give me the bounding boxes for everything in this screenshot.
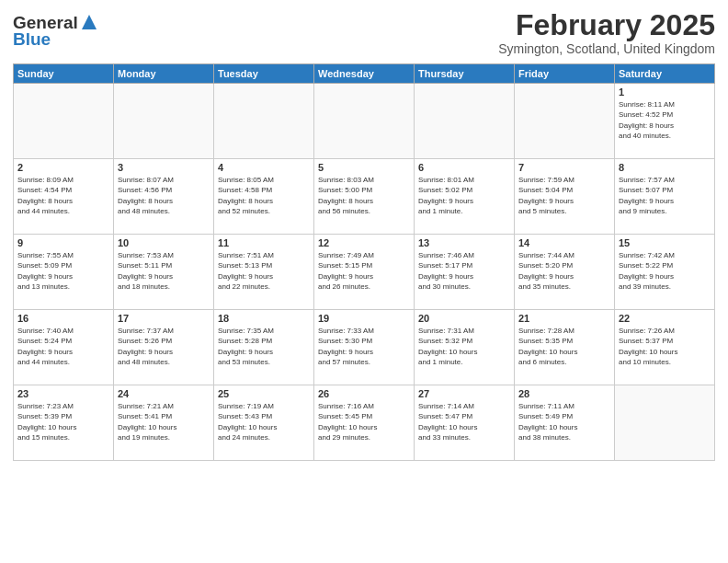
day-info: Sunrise: 8:07 AM Sunset: 4:56 PM Dayligh… (118, 175, 210, 216)
day-number: 12 (318, 237, 410, 248)
logo-icon (80, 13, 98, 31)
day-number: 17 (118, 313, 210, 324)
calendar: SundayMondayTuesdayWednesdayThursdayFrid… (13, 63, 715, 461)
day-info: Sunrise: 7:42 AM Sunset: 5:22 PM Dayligh… (619, 250, 711, 292)
day-info: Sunrise: 7:37 AM Sunset: 5:26 PM Dayligh… (118, 326, 210, 367)
calendar-cell: 23Sunrise: 7:23 AM Sunset: 5:39 PM Dayli… (14, 385, 114, 461)
day-info: Sunrise: 7:14 AM Sunset: 5:47 PM Dayligh… (418, 401, 510, 442)
week-row-4: 23Sunrise: 7:23 AM Sunset: 5:39 PM Dayli… (14, 385, 715, 461)
weekday-header-monday: Monday (114, 64, 214, 84)
calendar-cell: 11Sunrise: 7:51 AM Sunset: 5:13 PM Dayli… (214, 235, 314, 310)
calendar-cell: 24Sunrise: 7:21 AM Sunset: 5:41 PM Dayli… (114, 385, 214, 461)
calendar-cell: 5Sunrise: 8:03 AM Sunset: 5:00 PM Daylig… (314, 159, 415, 235)
day-number: 14 (518, 237, 610, 248)
day-info: Sunrise: 8:03 AM Sunset: 5:00 PM Dayligh… (318, 175, 410, 216)
day-info: Sunrise: 7:23 AM Sunset: 5:39 PM Dayligh… (17, 401, 109, 442)
location: Symington, Scotland, United Kingdom (498, 41, 715, 56)
day-number: 28 (518, 388, 610, 399)
weekday-header-saturday: Saturday (615, 64, 715, 84)
weekday-header-row: SundayMondayTuesdayWednesdayThursdayFrid… (14, 64, 715, 84)
day-number: 22 (619, 313, 711, 324)
day-info: Sunrise: 7:11 AM Sunset: 5:49 PM Dayligh… (518, 401, 610, 442)
day-info: Sunrise: 8:05 AM Sunset: 4:58 PM Dayligh… (218, 175, 310, 216)
weekday-header-tuesday: Tuesday (214, 64, 314, 84)
day-info: Sunrise: 7:59 AM Sunset: 5:04 PM Dayligh… (518, 175, 610, 216)
week-row-1: 2Sunrise: 8:09 AM Sunset: 4:54 PM Daylig… (14, 159, 715, 235)
calendar-cell: 1Sunrise: 8:11 AM Sunset: 4:52 PM Daylig… (615, 84, 715, 159)
calendar-cell (14, 84, 114, 159)
calendar-cell: 16Sunrise: 7:40 AM Sunset: 5:24 PM Dayli… (14, 310, 114, 385)
calendar-cell (314, 84, 415, 159)
calendar-cell: 13Sunrise: 7:46 AM Sunset: 5:17 PM Dayli… (415, 235, 515, 310)
calendar-cell: 8Sunrise: 7:57 AM Sunset: 5:07 PM Daylig… (615, 159, 715, 235)
day-info: Sunrise: 7:46 AM Sunset: 5:17 PM Dayligh… (418, 250, 510, 292)
calendar-cell: 14Sunrise: 7:44 AM Sunset: 5:20 PM Dayli… (515, 235, 615, 310)
day-number: 4 (218, 162, 310, 173)
day-number: 2 (17, 162, 109, 173)
day-info: Sunrise: 7:51 AM Sunset: 5:13 PM Dayligh… (218, 250, 310, 292)
month-title: February 2025 (498, 9, 715, 41)
day-number: 25 (218, 388, 310, 399)
page: General Blue February 2025 Symington, Sc… (0, 0, 728, 563)
calendar-cell: 26Sunrise: 7:16 AM Sunset: 5:45 PM Dayli… (314, 385, 415, 461)
calendar-cell: 12Sunrise: 7:49 AM Sunset: 5:15 PM Dayli… (314, 235, 415, 310)
calendar-cell (214, 84, 314, 159)
calendar-cell: 7Sunrise: 7:59 AM Sunset: 5:04 PM Daylig… (515, 159, 615, 235)
day-info: Sunrise: 7:31 AM Sunset: 5:32 PM Dayligh… (418, 326, 510, 367)
day-info: Sunrise: 7:26 AM Sunset: 5:37 PM Dayligh… (619, 326, 711, 367)
day-number: 8 (619, 162, 711, 173)
day-info: Sunrise: 8:01 AM Sunset: 5:02 PM Dayligh… (418, 175, 510, 216)
weekday-header-friday: Friday (515, 64, 615, 84)
week-row-0: 1Sunrise: 8:11 AM Sunset: 4:52 PM Daylig… (14, 84, 715, 159)
week-row-3: 16Sunrise: 7:40 AM Sunset: 5:24 PM Dayli… (14, 310, 715, 385)
calendar-cell: 21Sunrise: 7:28 AM Sunset: 5:35 PM Dayli… (515, 310, 615, 385)
calendar-cell: 9Sunrise: 7:55 AM Sunset: 5:09 PM Daylig… (14, 235, 114, 310)
logo: General Blue (13, 13, 98, 50)
day-info: Sunrise: 8:11 AM Sunset: 4:52 PM Dayligh… (619, 99, 711, 141)
header: General Blue February 2025 Symington, Sc… (13, 9, 715, 56)
day-number: 23 (17, 388, 109, 399)
calendar-cell: 22Sunrise: 7:26 AM Sunset: 5:37 PM Dayli… (615, 310, 715, 385)
calendar-cell: 6Sunrise: 8:01 AM Sunset: 5:02 PM Daylig… (415, 159, 515, 235)
day-info: Sunrise: 7:21 AM Sunset: 5:41 PM Dayligh… (118, 401, 210, 442)
day-number: 27 (418, 388, 510, 399)
calendar-cell: 4Sunrise: 8:05 AM Sunset: 4:58 PM Daylig… (214, 159, 314, 235)
day-number: 11 (218, 237, 310, 248)
day-info: Sunrise: 8:09 AM Sunset: 4:54 PM Dayligh… (17, 175, 109, 216)
calendar-cell: 17Sunrise: 7:37 AM Sunset: 5:26 PM Dayli… (114, 310, 214, 385)
day-info: Sunrise: 7:35 AM Sunset: 5:28 PM Dayligh… (218, 326, 310, 367)
calendar-cell: 2Sunrise: 8:09 AM Sunset: 4:54 PM Daylig… (14, 159, 114, 235)
day-info: Sunrise: 7:19 AM Sunset: 5:43 PM Dayligh… (218, 401, 310, 442)
title-block: February 2025 Symington, Scotland, Unite… (498, 9, 715, 56)
day-info: Sunrise: 7:55 AM Sunset: 5:09 PM Dayligh… (17, 250, 109, 292)
calendar-cell: 18Sunrise: 7:35 AM Sunset: 5:28 PM Dayli… (214, 310, 314, 385)
day-number: 26 (318, 388, 410, 399)
day-info: Sunrise: 7:57 AM Sunset: 5:07 PM Dayligh… (619, 175, 711, 216)
day-number: 18 (218, 313, 310, 324)
calendar-cell (415, 84, 515, 159)
calendar-cell: 3Sunrise: 8:07 AM Sunset: 4:56 PM Daylig… (114, 159, 214, 235)
calendar-cell: 27Sunrise: 7:14 AM Sunset: 5:47 PM Dayli… (415, 385, 515, 461)
day-info: Sunrise: 7:49 AM Sunset: 5:15 PM Dayligh… (318, 250, 410, 292)
day-number: 10 (118, 237, 210, 248)
weekday-header-sunday: Sunday (14, 64, 114, 84)
calendar-cell (114, 84, 214, 159)
calendar-cell: 25Sunrise: 7:19 AM Sunset: 5:43 PM Dayli… (214, 385, 314, 461)
day-number: 15 (619, 237, 711, 248)
day-number: 24 (118, 388, 210, 399)
day-number: 19 (318, 313, 410, 324)
calendar-cell: 20Sunrise: 7:31 AM Sunset: 5:32 PM Dayli… (415, 310, 515, 385)
calendar-cell: 19Sunrise: 7:33 AM Sunset: 5:30 PM Dayli… (314, 310, 415, 385)
day-number: 20 (418, 313, 510, 324)
day-number: 5 (318, 162, 410, 173)
day-info: Sunrise: 7:28 AM Sunset: 5:35 PM Dayligh… (518, 326, 610, 367)
day-number: 3 (118, 162, 210, 173)
day-info: Sunrise: 7:53 AM Sunset: 5:11 PM Dayligh… (118, 250, 210, 292)
calendar-cell (615, 385, 715, 461)
weekday-header-wednesday: Wednesday (314, 64, 415, 84)
calendar-cell: 10Sunrise: 7:53 AM Sunset: 5:11 PM Dayli… (114, 235, 214, 310)
day-number: 21 (518, 313, 610, 324)
calendar-cell: 28Sunrise: 7:11 AM Sunset: 5:49 PM Dayli… (515, 385, 615, 461)
day-number: 6 (418, 162, 510, 173)
weekday-header-thursday: Thursday (415, 64, 515, 84)
